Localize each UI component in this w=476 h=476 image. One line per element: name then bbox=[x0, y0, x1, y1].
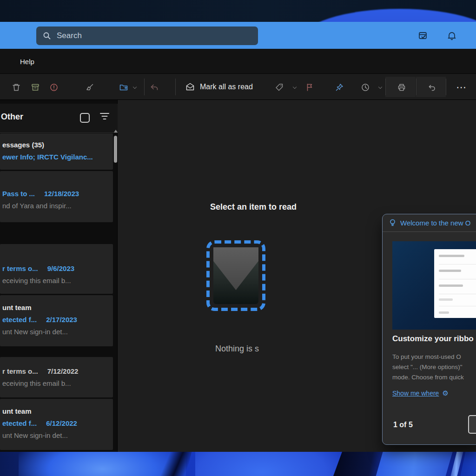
popup-body-line: To put your most-used O bbox=[392, 352, 464, 362]
titlebar bbox=[0, 22, 476, 49]
popup-heading: Customize your ribbo bbox=[392, 334, 474, 344]
lightbulb-icon bbox=[389, 219, 397, 227]
reply-button[interactable] bbox=[147, 80, 162, 95]
message-list-item[interactable]: essages (35) ewer Info; IRCTC Vigilanc..… bbox=[0, 133, 113, 170]
undo-button[interactable] bbox=[424, 80, 439, 95]
filter-icon[interactable] bbox=[100, 113, 109, 120]
message-subject: Pass to ... bbox=[2, 188, 35, 200]
snooze-clock-button[interactable] bbox=[358, 80, 373, 95]
toolbar-divider bbox=[144, 79, 145, 95]
chevron-down-icon[interactable] bbox=[379, 86, 383, 89]
toolbar-divider bbox=[175, 79, 176, 95]
popup-header: Welcome to the new O bbox=[383, 214, 476, 232]
menu-item-label: Help bbox=[20, 58, 34, 66]
message-subject: ewer Info; IRCTC Vigilanc... bbox=[2, 151, 93, 163]
search-box[interactable] bbox=[36, 26, 258, 45]
message-date: 12/18/2023 bbox=[44, 188, 79, 200]
gear-icon: ⚙ bbox=[442, 389, 448, 397]
message-preview: eceiving this email b... bbox=[2, 377, 113, 390]
menubar: Help bbox=[0, 49, 476, 74]
popup-title: Welcome to the new O bbox=[400, 219, 470, 227]
nothing-selected-text: Nothing is s bbox=[215, 344, 259, 354]
show-me-where-link[interactable]: Show me where bbox=[392, 390, 439, 397]
toolbar-divider bbox=[446, 79, 446, 95]
flag-button[interactable] bbox=[302, 80, 317, 95]
message-subject: r terms o... bbox=[2, 263, 38, 275]
message-date: 7/12/2022 bbox=[47, 365, 79, 377]
scrollbar-thumb[interactable] bbox=[114, 136, 117, 163]
message-subject: etected f... bbox=[2, 314, 37, 326]
archive-button[interactable] bbox=[28, 80, 43, 95]
message-subject: etected f... bbox=[2, 417, 37, 430]
message-date: 9/6/2023 bbox=[47, 263, 74, 275]
message-list-header: Other bbox=[0, 104, 118, 133]
report-button[interactable] bbox=[46, 80, 61, 95]
select-messages-icon[interactable] bbox=[80, 113, 90, 123]
mark-all-as-read-label: Mark all as read bbox=[200, 83, 253, 91]
categorize-tag-button[interactable] bbox=[272, 80, 287, 95]
scrollbar-up-arrow[interactable] bbox=[114, 130, 118, 132]
notifications-bell-icon[interactable] bbox=[445, 29, 459, 43]
teaching-highlight-box bbox=[206, 240, 265, 311]
bloom-petal bbox=[195, 452, 344, 476]
message-sender: unt team bbox=[2, 405, 113, 417]
ribbon-toolbar: Mark all as read ⋯ bbox=[0, 74, 476, 100]
message-preview: eceiving this email b... bbox=[2, 275, 113, 287]
wallpaper-bloom-glow bbox=[300, 9, 476, 22]
toolbar-divider bbox=[416, 79, 416, 95]
bloom-petal bbox=[370, 452, 458, 476]
message-list-item[interactable]: r terms o...7/12/2022 eceiving this emai… bbox=[0, 357, 113, 397]
popup-body-text: To put your most-used O select "... (Mor… bbox=[392, 352, 464, 383]
message-preview: nd of Yara and inspir... bbox=[2, 200, 113, 212]
menu-item-help[interactable]: Help bbox=[20, 49, 34, 74]
pin-button[interactable] bbox=[332, 80, 347, 95]
popup-illustration bbox=[392, 241, 476, 330]
message-list-item[interactable]: Pass to ...12/18/2023 nd of Yara and ins… bbox=[0, 171, 113, 222]
mark-all-as-read-button[interactable]: Mark all as read bbox=[180, 78, 258, 96]
message-list-item[interactable]: unt team etected f...2/17/2023 unt New s… bbox=[0, 295, 113, 346]
mark-read-envelope-icon bbox=[185, 82, 195, 92]
more-options-button[interactable]: ⋯ bbox=[454, 80, 469, 95]
message-preview: unt New sign-in det... bbox=[2, 326, 113, 338]
chevron-down-icon[interactable] bbox=[133, 86, 137, 89]
chevron-down-icon[interactable] bbox=[293, 86, 297, 89]
welcome-teaching-popup: Welcome to the new O Customize your ribb… bbox=[382, 214, 476, 445]
delete-button[interactable] bbox=[9, 80, 24, 95]
message-list-item[interactable]: unt team etected f...6/12/2022 unt New s… bbox=[0, 399, 113, 450]
message-preview: unt New sign-in det... bbox=[2, 430, 113, 442]
message-date: 2/17/2023 bbox=[46, 314, 77, 326]
desktop-wallpaper-top bbox=[0, 0, 476, 22]
sweep-button[interactable] bbox=[82, 80, 97, 95]
message-list-panel: Other essages (35) ewer Info; IRCTC Vigi… bbox=[0, 100, 118, 452]
message-list-item[interactable]: r terms o...9/6/2023 eceiving this email… bbox=[0, 244, 113, 294]
message-sender: unt team bbox=[2, 302, 113, 314]
toolbar-divider bbox=[385, 79, 386, 95]
search-input[interactable] bbox=[56, 31, 234, 41]
popup-next-button[interactable] bbox=[468, 415, 476, 434]
move-to-folder-button[interactable] bbox=[116, 80, 131, 95]
print-button[interactable] bbox=[394, 80, 409, 95]
message-sender: essages (35) bbox=[2, 139, 113, 151]
search-icon bbox=[43, 32, 51, 40]
my-day-icon[interactable] bbox=[416, 29, 430, 43]
message-subject: r terms o... bbox=[2, 365, 38, 377]
select-item-prompt: Select an item to read bbox=[210, 202, 297, 212]
message-date: 6/12/2022 bbox=[46, 417, 77, 430]
desktop-wallpaper-bottom bbox=[0, 452, 476, 476]
popup-body-line: mode. Choose from quick bbox=[392, 372, 464, 383]
more-options-icon: ⋯ bbox=[456, 81, 467, 93]
popup-illustration-card bbox=[434, 249, 476, 318]
popup-pager: 1 of 5 bbox=[393, 421, 413, 429]
popup-body-line: select "... (More options)" bbox=[392, 362, 464, 372]
list-tab-other[interactable]: Other bbox=[1, 112, 23, 122]
